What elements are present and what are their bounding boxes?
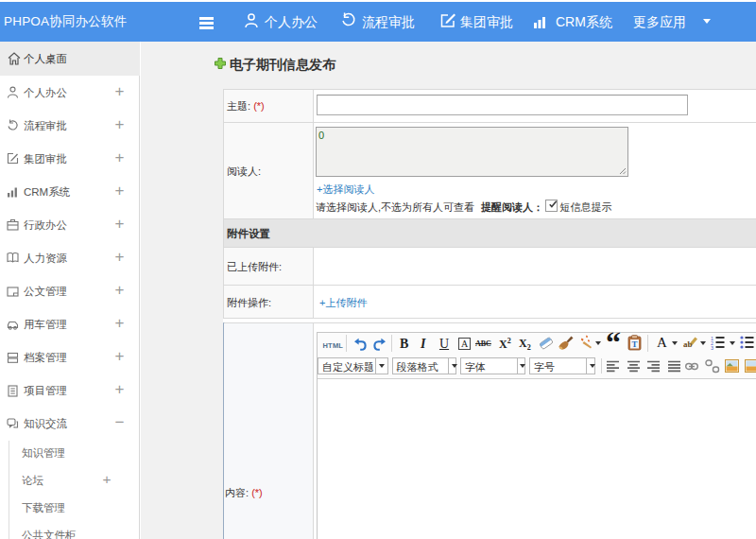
svg-text:3: 3 xyxy=(711,345,713,350)
svg-text:ab: ab xyxy=(683,339,693,349)
svg-text:T: T xyxy=(631,339,637,349)
